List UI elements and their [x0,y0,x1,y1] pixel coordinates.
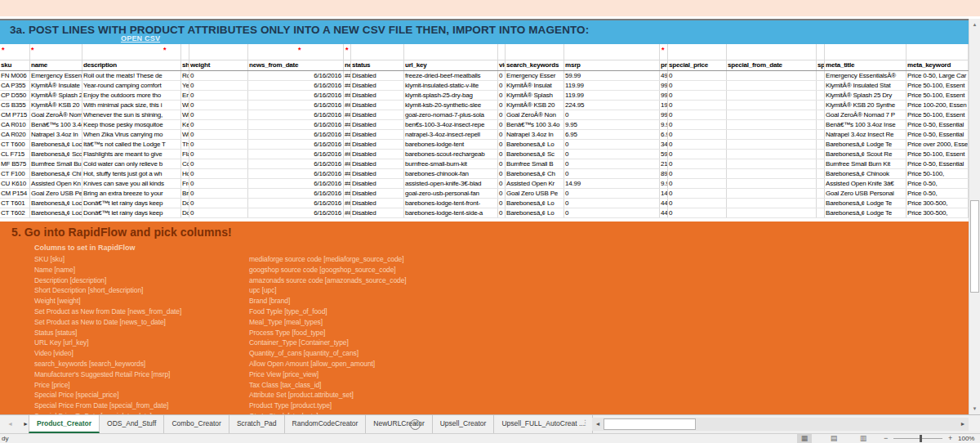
cell-description[interactable]: Hot, stuffy tents just got a wh [82,169,181,178]
cell-url_key[interactable]: barebones-lodge-tent [404,140,498,149]
cell-vid[interactable]: 0 [498,150,506,159]
cell-msrp[interactable]: 224.95 [564,101,660,110]
cell-meta_title[interactable]: KlymitÂ® Insulated Stat [825,81,906,90]
cell-search_keywords[interactable]: Goal ZeroÂ® Non [506,110,564,119]
cell-meta_keyword[interactable]: Price 0-50, [906,179,969,188]
cell-news_from_date[interactable]: 6/16/2016 [248,179,344,188]
cell-news_from_date[interactable]: 6/16/2016 [248,130,344,139]
column-header-news_from_date[interactable]: news_from_date [248,60,344,70]
cell-weight[interactable]: 0 [189,120,248,129]
cell-news_from_date[interactable]: 6/16/2016 [248,208,344,217]
cell-status[interactable]: Disabled [351,110,404,119]
column-header-search_keywords[interactable]: search_keywords [506,60,564,70]
cell-sku[interactable]: CT F100 [0,169,30,178]
cell-pri[interactable]: 99. [660,91,668,100]
cell-sku[interactable]: CM P715 [0,110,30,119]
column-header-msrp[interactable]: msrp [564,60,660,70]
cell-meta_keyword[interactable]: Price 50-100, [906,169,969,178]
vertical-scrollbar[interactable]: ▲ ▼ [969,19,980,414]
cell-meta_title[interactable]: Goal Zero USB Personal [825,189,906,198]
cell-url_key[interactable]: barebones-lodge-tent-side-a [404,208,498,217]
cell-news_from_date[interactable]: 6/16/2016 [248,120,344,129]
scroll-right-icon[interactable]: ► [958,418,968,431]
cell-msrp[interactable]: 6.95 [564,130,660,139]
cell-vid[interactable]: 0 [498,71,506,80]
cell-search_keywords[interactable]: Natrapel 3.4oz In [506,130,564,139]
cell-vid[interactable]: 0 [498,189,506,198]
cell-name[interactable]: Assisted Open Kn [30,179,82,188]
cell-msrp[interactable]: 0 [564,150,660,159]
cell-pri[interactable]: 99. [660,81,668,90]
marker-row-cell[interactable] [498,44,506,60]
cell-description[interactable]: Whenever the sun is shining, [82,110,181,119]
cell-news_from_date[interactable]: 6/16/2016 [248,81,344,90]
cell-sku[interactable]: MF B575 [0,159,30,168]
cell-sp[interactable] [817,110,825,119]
cell-status[interactable]: Disabled [351,208,404,217]
cell-news_from_date[interactable]: 6/16/2016 [248,71,344,80]
cell-url_key[interactable]: burnfree-small-burn-kit [404,159,498,168]
cell-special_price[interactable]: 0 [668,150,727,159]
cell-vid[interactable]: 0 [498,81,506,90]
cell-msrp[interactable]: 0 [564,208,660,217]
cell-weight[interactable]: 0 [189,150,248,159]
cell-special_from_date[interactable] [727,81,817,90]
cell-special_from_date[interactable] [727,199,817,208]
cell-sh[interactable]: Co [181,159,189,168]
cell-status[interactable]: Disabled [351,189,404,198]
marker-row-cell[interactable] [506,44,564,60]
cell-special_from_date[interactable] [727,169,817,178]
cell-status[interactable]: Disabled [351,169,404,178]
cell-meta_title[interactable]: Natrapel 3.4oz Insect Re [825,130,906,139]
cell-ne[interactable]: ## [344,140,351,149]
cell-vid[interactable]: 0 [498,91,506,100]
cell-pri[interactable]: 9.9 [660,179,668,188]
cell-meta_title[interactable]: KlymitÂ® KSB 20 Synthe [825,101,906,110]
cell-name[interactable]: Goal ZeroÂ® Nom [30,110,82,119]
cell-ne[interactable]: ## [344,179,351,188]
cell-sku[interactable]: CP D550 [0,91,30,100]
sheet-tab-ODS_And_Stuff[interactable]: ODS_And_Stuff [100,415,164,433]
cell-msrp[interactable]: 0 [564,199,660,208]
cell-meta_title[interactable]: Barebonesâ„¢ Chinook [825,169,906,178]
cell-special_price[interactable]: 0 [668,179,727,188]
cell-description[interactable]: Roll out the meats! These de [82,71,181,80]
cell-search_keywords[interactable]: Barebonesâ„¢ Lo [506,140,564,149]
cell-sh[interactable]: Th [181,140,189,149]
cell-news_from_date[interactable]: 6/16/2016 [248,140,344,149]
cell-pri[interactable]: 99. [660,110,668,119]
cell-news_from_date[interactable]: 6/16/2016 [248,110,344,119]
zoom-slider[interactable] [893,438,942,439]
cell-meta_title[interactable]: Benâ€™s 100 3.4oz Inse [825,120,906,129]
vertical-scrollbar-thumb[interactable] [970,200,979,293]
cell-special_from_date[interactable] [727,91,817,100]
cell-special_price[interactable]: 0 [668,81,727,90]
cell-meta_title[interactable]: Barebonesâ„¢ Lodge Te [825,208,906,217]
cell-sh[interactable]: Do [181,199,189,208]
cell-vid[interactable]: 0 [498,101,506,110]
cell-sku[interactable]: CA R010 [0,120,30,129]
cell-sku[interactable]: CL F715 [0,150,30,159]
cell-pri[interactable]: 14. [660,189,668,198]
cell-special_from_date[interactable] [727,101,817,110]
cell-meta_title[interactable]: Assisted Open Knife 3â€ [825,179,906,188]
horizontal-scrollbar-thumb[interactable] [604,418,696,430]
cell-vid[interactable]: 0 [498,120,506,129]
cell-description[interactable]: Itâ€™s not called the Lodge T [82,140,181,149]
cell-url_key[interactable]: klymit-splash-25-dry-bag [404,91,498,100]
cell-meta_title[interactable]: Emergency EssentialsÂ® [825,71,906,80]
cell-meta_title[interactable]: KlymitÂ® Splash 25 Dry [825,91,906,100]
zoom-in-icon[interactable]: + [948,434,952,442]
cell-sp[interactable] [817,81,825,90]
cell-meta_title[interactable]: Barebonesâ„¢ Scout Re [825,150,906,159]
cell-sp[interactable] [817,140,825,149]
cell-weight[interactable]: 0 [189,208,248,217]
column-header-sp[interactable]: sp [817,60,825,70]
cell-sh[interactable]: Wh [181,130,189,139]
cell-weight[interactable]: 0 [189,159,248,168]
cell-search_keywords[interactable]: Assisted Open Kr [506,179,564,188]
cell-pri[interactable]: 349 [660,140,668,149]
cell-vid[interactable]: 0 [498,199,506,208]
column-header-sh[interactable]: sh [181,60,189,70]
cell-description[interactable]: Donâ€™t let rainy days keep [82,208,181,217]
